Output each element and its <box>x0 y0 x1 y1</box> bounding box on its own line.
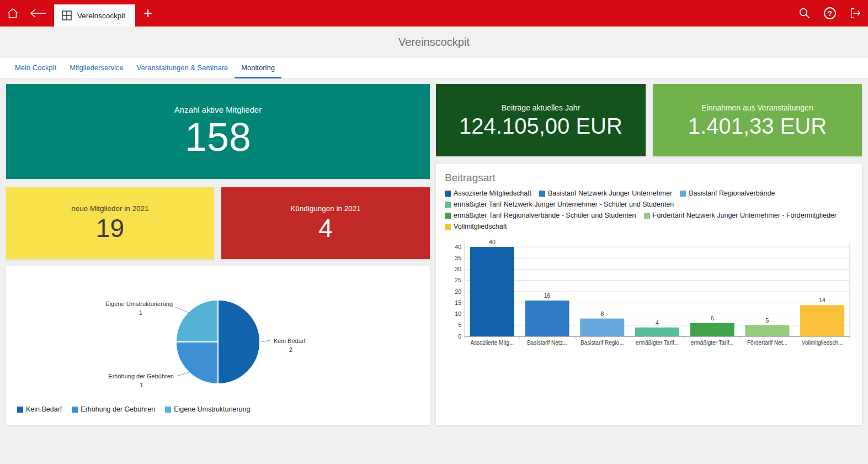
tab-monitoring[interactable]: Monitoring <box>235 58 281 78</box>
legend-label: Basistarif Netzwerk Junger Unternehmer <box>548 189 672 197</box>
pie-callout-label: Eigene Umstrukturierung <box>105 300 173 307</box>
y-tick-label: 40 <box>455 244 461 250</box>
x-category-label: Basistarif Regio... <box>581 340 624 346</box>
bar-assoziierte-mitgliedschaft[interactable] <box>470 247 514 336</box>
help-button[interactable]: ? <box>817 0 843 27</box>
x-category-label: ermäßigter Tarif... <box>636 340 679 346</box>
x-category-label: Vollmitgliedsch... <box>802 340 843 346</box>
legend-label: Assoziierte Mitgliedschaft <box>454 189 531 197</box>
kpi-value: 1.401,33 EUR <box>688 114 827 138</box>
left-column: Anzahl aktive Mitglieder 158 neue Mitgli… <box>6 84 430 425</box>
bar-legend-item: Assoziierte Mitgliedschaft <box>445 189 531 197</box>
bar-basistarif-regionalverb-nde[interactable] <box>580 319 624 336</box>
bar-f-rdertarif-netzwerk-junger-unternehmer-f-rdermitglieder[interactable] <box>745 325 789 336</box>
x-category-label: Assoziierte Mitg... <box>470 340 514 346</box>
legend-label: Erhöhung der Gebühren <box>81 405 155 413</box>
plus-icon: + <box>143 6 152 21</box>
signout-button[interactable] <box>843 0 868 27</box>
legend-swatch <box>445 224 451 230</box>
pie-slice-eigene-umstrukturierung[interactable] <box>176 300 218 342</box>
home-icon <box>6 7 19 20</box>
bar-value-label: 16 <box>544 292 551 299</box>
tab-mitgliederservice[interactable]: Mitgliederservice <box>63 58 130 78</box>
signout-icon <box>849 7 861 19</box>
bar-legend-item: Fördertarif Netzwerk Junger Unternehmer … <box>644 212 837 219</box>
legend-swatch <box>165 407 171 413</box>
kpi-cancellations[interactable]: Kündigungen in 2021 4 <box>221 187 430 259</box>
pie-slice-erh-hung-der-geb-hren[interactable] <box>176 342 218 384</box>
pie-legend-item: Erhöhung der Gebühren <box>72 405 155 413</box>
pie-callout-line <box>175 307 189 313</box>
back-icon <box>30 8 46 18</box>
legend-label: Vollmitgliedschaft <box>454 223 507 230</box>
kpi-active-members[interactable]: Anzahl aktive Mitglieder 158 <box>6 84 430 179</box>
tab-strip: Mein CockpitMitgliederserviceVeranstaltu… <box>0 58 868 79</box>
help-glyph: ? <box>828 9 832 18</box>
right-column: Beiträge aktuelles Jahr 124.105,00 EUR E… <box>436 84 862 425</box>
bar-value-label: 8 <box>600 310 604 317</box>
y-tick-label: 10 <box>455 310 461 317</box>
page-header: Vereinscockpit <box>0 27 868 58</box>
bar-value-label: 4 <box>656 319 659 326</box>
kpi-event-income[interactable]: Einnahmen aus Veranstaltungen 1.401,33 E… <box>653 84 862 156</box>
kpi-value: 4 <box>318 215 333 241</box>
pie-legend-item: Kein Bedarf <box>17 405 62 413</box>
legend-swatch <box>445 202 451 208</box>
y-tick-label: 30 <box>455 266 461 272</box>
legend-swatch <box>445 191 451 197</box>
pie-callout-label: Erhöhung der Gebühren <box>108 373 174 379</box>
bar-legend-item: Vollmitgliedschaft <box>445 223 507 230</box>
pie-callout-value: 2 <box>289 346 292 353</box>
x-category-label: Basistarif Netz... <box>527 340 567 346</box>
pie-callout-line <box>261 340 270 342</box>
legend-label: Kein Bedarf <box>26 405 62 413</box>
new-tab-button[interactable]: + <box>135 0 161 27</box>
grid-icon <box>62 10 72 20</box>
page-title: Vereinscockpit <box>0 27 868 58</box>
legend-swatch <box>445 213 451 219</box>
membership-pie-panel: Kein Bedarf2Erhöhung der Gebühren1Eigene… <box>6 266 430 425</box>
panel-title: Beitragsart <box>445 172 853 184</box>
kpi-value: 158 <box>185 117 251 159</box>
y-tick-label: 20 <box>455 288 461 295</box>
kpi-value: 124.105,00 EUR <box>459 114 622 138</box>
home-button[interactable] <box>0 0 25 27</box>
pie-chart[interactable]: Kein Bedarf2Erhöhung der Gebühren1Eigene… <box>6 266 430 401</box>
bar-erm-igter-tarif-regionalverb-nde-sch-ler-und-studenten[interactable] <box>690 323 734 336</box>
search-icon <box>798 7 811 19</box>
legend-label: Eigene Umstrukturierung <box>174 405 250 413</box>
x-category-label: ermäßigter Tarif... <box>691 340 734 346</box>
back-button[interactable] <box>25 0 51 27</box>
bar-chart[interactable]: 051015202530354040Assoziierte Mitg...16B… <box>445 238 853 355</box>
pie-legend: Kein BedarfErhöhung der GebührenEigene U… <box>6 403 430 413</box>
bar-basistarif-netzwerk-junger-unternehmer[interactable] <box>525 300 569 336</box>
y-tick-label: 35 <box>455 255 461 261</box>
app-tab-vereinscockpit[interactable]: Vereinscockpit <box>54 4 135 27</box>
kpi-label: Einnahmen aus Veranstaltungen <box>701 103 813 112</box>
pie-callout-label: Kein Bedarf <box>274 338 306 344</box>
legend-swatch <box>644 213 650 219</box>
kpi-fees-year[interactable]: Beiträge aktuelles Jahr 124.105,00 EUR <box>436 84 646 156</box>
y-tick-label: 0 <box>458 333 461 340</box>
tab-mein-cockpit[interactable]: Mein Cockpit <box>8 58 63 78</box>
pie-callout-value: 1 <box>140 382 143 388</box>
legend-swatch <box>72 407 78 413</box>
legend-label: Fördertarif Netzwerk Junger Unternehmer … <box>653 212 837 219</box>
y-tick-label: 25 <box>455 277 461 283</box>
legend-swatch <box>17 407 23 413</box>
kpi-value: 19 <box>96 215 124 241</box>
kpi-new-members[interactable]: neue Mitglieder in 2021 19 <box>6 187 214 259</box>
search-button[interactable] <box>792 0 817 27</box>
bar-value-label: 40 <box>489 239 496 245</box>
bar-value-label: 6 <box>711 315 714 321</box>
app-window: Vereinscockpit + ? Vereinscockpit <box>0 0 868 425</box>
tab-veranstaltungen-seminare[interactable]: Veranstaltungen & Seminare <box>130 58 235 78</box>
pie-legend-item: Eigene Umstrukturierung <box>165 405 250 413</box>
legend-label: ermäßigter Tarif Regionalverbände - Schü… <box>454 212 636 219</box>
kpi-tile-row: Beiträge aktuelles Jahr 124.105,00 EUR E… <box>436 84 862 156</box>
bar-vollmitgliedschaft[interactable] <box>800 305 844 336</box>
bar-erm-igter-tarif-netzwerk-junger-unternehmer-sch-ler-und-studenten[interactable] <box>635 328 679 336</box>
app-tab-label: Vereinscockpit <box>77 12 125 20</box>
pie-slice-kein-bedarf[interactable] <box>218 300 260 384</box>
pie-callout-value: 1 <box>139 309 142 316</box>
